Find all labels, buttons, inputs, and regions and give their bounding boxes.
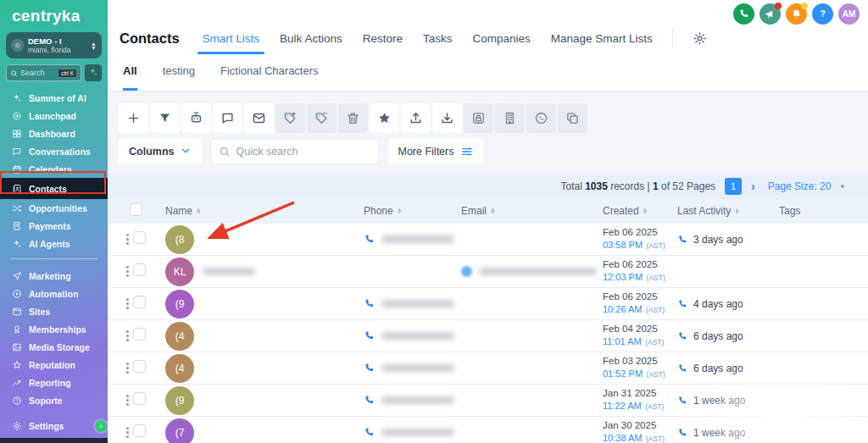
row-checkbox[interactable] (133, 296, 146, 308)
nav-tab-tasks[interactable]: Tasks (423, 32, 453, 45)
column-header-created[interactable]: Created▲▼ (597, 205, 669, 217)
row-menu-icon[interactable] (108, 234, 133, 245)
sidebar-item-media-storage[interactable]: Media Storage (0, 338, 108, 356)
sidebar-item-summer-of-ai[interactable]: Summer of AI (0, 89, 108, 107)
sidebar-item-dashboard[interactable]: Dashboard (0, 125, 108, 142)
column-header-name[interactable]: Name▲▼ (160, 205, 359, 217)
table-row[interactable]: KLFeb 06 202512:03 PM (AST) (108, 256, 868, 288)
sort-icon[interactable]: ▲▼ (490, 208, 495, 215)
nav-tab-smart-lists[interactable]: Smart Lists (203, 32, 260, 45)
sidebar-collapse-button[interactable]: ‹ (95, 420, 107, 432)
import-button[interactable] (432, 103, 462, 133)
column-header-tags[interactable]: Tags (777, 205, 868, 217)
sort-icon[interactable]: ▲▼ (643, 208, 648, 215)
whatsapp-button[interactable] (526, 103, 556, 133)
avatar[interactable]: (7 (165, 418, 194, 443)
sms-button[interactable] (213, 103, 242, 133)
sidebar-item-automation[interactable]: Automation (0, 285, 108, 302)
phone-icon[interactable] (733, 3, 754, 25)
sidebar-search-input[interactable]: Search ctrl K (6, 64, 81, 81)
row-menu-icon[interactable] (108, 427, 133, 438)
email-button[interactable] (244, 103, 274, 133)
smart-list-tabs: AlltestingFictional Characters (108, 53, 868, 91)
sort-icon[interactable]: ▲▼ (196, 208, 201, 215)
notifications-icon[interactable] (786, 3, 807, 25)
sidebar-item-soporte[interactable]: Soporte (0, 391, 108, 409)
columns-dropdown[interactable]: Columns (119, 139, 202, 164)
avatar[interactable]: (4 (165, 322, 194, 351)
sidebar-item-reporting[interactable]: Reporting (0, 374, 108, 391)
tab-testing[interactable]: testing (163, 53, 195, 91)
sidebar-item-contacts[interactable]: Contacts (0, 178, 108, 199)
sidebar-item-sites[interactable]: Sites (0, 302, 108, 320)
row-checkbox[interactable] (133, 231, 146, 244)
next-page-button[interactable]: › (751, 180, 755, 193)
ai-assistant-button[interactable] (85, 64, 102, 81)
avatar[interactable]: (4 (165, 354, 194, 383)
table-row[interactable]: (4Feb 03 202501:52 PM (AST)6 days ago (108, 352, 868, 385)
tab-fictional-characters[interactable]: Fictional Characters (220, 53, 319, 91)
table-row[interactable]: (7Jan 30 202510:38 AM (AST)1 week ago (108, 417, 868, 443)
sidebar-item-ai-agents[interactable]: AI Agents (0, 235, 108, 252)
row-checkbox[interactable] (133, 424, 146, 437)
row-checkbox[interactable] (133, 328, 146, 341)
nav-tab-restore[interactable]: Restore (363, 32, 403, 45)
copy-button[interactable] (558, 103, 587, 133)
row-menu-icon[interactable] (108, 363, 133, 374)
favorite-button[interactable] (370, 103, 399, 133)
filter-button[interactable] (150, 103, 180, 133)
merge-button[interactable] (464, 103, 493, 133)
row-menu-icon[interactable] (108, 266, 133, 277)
quick-search-box[interactable] (210, 139, 380, 164)
page-size-selector[interactable]: Page Size: 20 (768, 180, 832, 192)
export-button[interactable] (401, 103, 431, 133)
page-number-button[interactable]: 1 (725, 178, 742, 195)
row-menu-icon[interactable] (108, 395, 133, 406)
tab-all[interactable]: All (123, 53, 137, 91)
help-icon[interactable]: ? (812, 3, 833, 25)
add-tag-button[interactable] (275, 103, 305, 133)
column-header-email[interactable]: Email▲▼ (454, 205, 597, 217)
user-avatar[interactable]: AM (838, 3, 860, 25)
column-header-phone[interactable]: Phone▲▼ (359, 205, 454, 217)
sidebar-item-conversations[interactable]: Conversations (0, 142, 108, 160)
column-header-last-activity[interactable]: Last Activity▲▼ (669, 205, 777, 217)
remove-tag-button[interactable] (307, 103, 337, 133)
add-contact-button[interactable] (119, 103, 148, 133)
delete-button[interactable] (338, 103, 368, 133)
avatar[interactable]: KL (165, 257, 194, 286)
sort-icon[interactable]: ▲▼ (397, 208, 402, 215)
sidebar-item-memberships[interactable]: Memberships (0, 320, 108, 338)
table-row[interactable]: (8Feb 06 202503:58 PM (AST)3 days ago (108, 224, 868, 256)
company-button[interactable] (495, 103, 525, 133)
nav-tab-companies[interactable]: Companies (472, 32, 530, 45)
sidebar-item-marketing[interactable]: Marketing (0, 267, 108, 285)
account-switcher[interactable]: ☺ DEMO - I miami, florida ▲▼ (6, 32, 102, 58)
announcement-icon[interactable] (760, 3, 781, 25)
row-menu-icon[interactable] (108, 298, 133, 309)
table-row[interactable]: (9Feb 06 202510:26 AM (AST)4 days ago (108, 288, 868, 320)
table-row[interactable]: (9Jan 31 202511:22 AM (AST)1 week ago (108, 385, 868, 417)
sidebar-item-calendars[interactable]: Calendars (0, 160, 108, 178)
avatar[interactable]: (8 (165, 225, 194, 254)
avatar[interactable]: (9 (165, 386, 194, 415)
row-checkbox[interactable] (133, 263, 146, 276)
row-checkbox[interactable] (133, 392, 146, 405)
quick-search-input[interactable] (236, 146, 371, 158)
avatar[interactable]: (9 (165, 290, 194, 318)
smartlist-settings-gear-icon[interactable] (693, 31, 707, 46)
sort-icon[interactable]: ▲▼ (734, 208, 739, 215)
ai-bot-button[interactable] (181, 103, 211, 133)
select-all-checkbox[interactable] (130, 203, 142, 216)
sidebar-item-opportunities[interactable]: Opportunities (0, 199, 108, 217)
row-checkbox[interactable] (133, 360, 146, 373)
row-menu-icon[interactable] (108, 330, 133, 341)
sidebar-item-reputation[interactable]: Reputation (0, 356, 108, 374)
sidebar-item-payments[interactable]: Payments (0, 217, 108, 235)
nav-tab-bulk-actions[interactable]: Bulk Actions (280, 32, 342, 45)
more-filters-button[interactable]: More Filters (388, 139, 483, 164)
sidebar-item-settings[interactable]: Settings (0, 417, 108, 435)
nav-tab-manage-smart-lists[interactable]: Manage Smart Lists (551, 32, 653, 45)
sidebar-item-launchpad[interactable]: Launchpad (0, 107, 108, 125)
table-row[interactable]: (4Feb 04 202511:01 AM (AST)6 days ago (108, 320, 868, 352)
